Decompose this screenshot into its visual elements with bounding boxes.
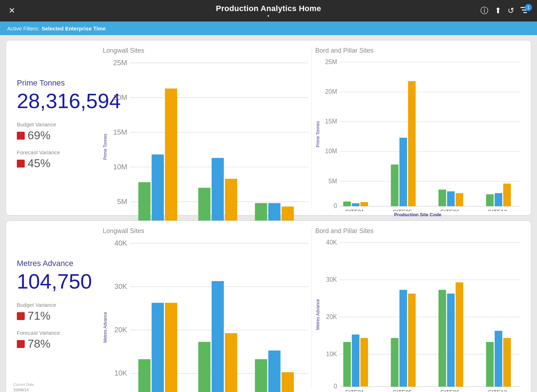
svg-text:20M: 20M [325,88,337,95]
svg-rect-69 [198,342,211,392]
svg-rect-39 [343,202,350,206]
svg-rect-75 [282,372,294,392]
filter-bar-label: Active Filters: [7,25,39,32]
chart-svg-1: 25M 20M 15M 10M 5M 0 SITE0 [108,57,308,236]
svg-rect-88 [352,334,359,387]
longwall-title-1: Longwall Sites [103,47,308,54]
svg-text:25M: 25M [325,58,337,66]
forecast-variance-label-2: Forecast Variance [17,330,92,336]
kpi-value-1: 28,316,594 [17,91,92,111]
svg-rect-93 [408,294,415,387]
budget-variance-value-2: 71% [17,309,92,323]
svg-text:20K: 20K [326,313,337,320]
app-header: ✕ Production Analytics Home ▾ ⓘ ⬆ ↺ 1 [0,0,537,21]
svg-rect-91 [391,338,398,387]
svg-text:SITE12: SITE12 [488,389,507,391]
svg-rect-52 [494,193,502,206]
kpi-title-2: Metres Advance [17,259,92,268]
bord-pillar-chart-2: Bord and Pillar Sites Metres Advance [312,227,524,389]
prime-tonnes-card: Prime Tonnes 28,316,594 Budget Variance … [6,40,531,216]
svg-rect-65 [138,359,150,392]
bord-pillar-title-2: Bord and Pillar Sites [315,227,521,235]
svg-text:SITE05: SITE05 [393,208,412,211]
filter-wrapper[interactable]: 1 [521,6,530,15]
filter-bar: Active Filters: Selected Enterprise Time [0,21,537,35]
svg-rect-20 [212,158,224,231]
svg-text:10M: 10M [113,163,127,171]
svg-rect-92 [399,290,407,387]
chart-svg-2: 40K 30K 20K 10K 0 SITE02 [108,238,308,392]
svg-rect-16 [152,154,164,231]
svg-rect-48 [447,191,454,206]
metres-advance-kpi: Metres Advance 104,750 Budget Variance 7… [13,227,99,389]
svg-rect-97 [455,282,463,387]
y-axis-label-1: Prime Tonnes [103,57,108,236]
filter-bar-value: Selected Enterprise Time [42,25,106,32]
longwall-chart-2: Longwall Sites Metres Advance 4 [99,227,312,389]
svg-rect-51 [486,194,493,206]
page-title: Production Analytics Home [216,4,321,13]
svg-text:30K: 30K [326,276,337,283]
chart-svg-bp-1: 25M 20M 15M 10M 5M 0 SITE01 [320,57,521,211]
y-axis-label-bp-1: Prime Tonnes [315,57,320,211]
filter-count-badge: 1 [525,4,532,11]
svg-rect-87 [343,342,350,387]
svg-rect-17 [165,88,177,231]
current-date: Current Date 10/08/14 [13,382,34,392]
svg-text:5M: 5M [328,178,337,185]
svg-rect-53 [503,184,511,206]
svg-rect-101 [503,338,511,387]
svg-text:15M: 15M [113,128,127,136]
svg-rect-95 [438,290,446,387]
red-indicator-4 [17,340,25,348]
chevron-down-icon: ▾ [267,14,269,18]
metres-advance-card: Metres Advance 104,750 Budget Variance 7… [6,221,531,392]
info-icon[interactable]: ⓘ [480,5,488,16]
svg-rect-73 [255,359,267,392]
forecast-variance-value-1: 45% [17,157,92,170]
svg-rect-45 [408,81,415,207]
longwall-chart-1: Longwall Sites Prime Tonnes [99,47,312,209]
svg-rect-40 [352,203,359,206]
svg-text:0: 0 [333,383,337,390]
svg-rect-43 [391,165,398,207]
svg-rect-89 [360,338,368,386]
svg-rect-74 [268,350,280,392]
svg-text:SITE06: SITE06 [440,208,459,211]
header-title-container: Production Analytics Home ▾ [216,4,321,18]
svg-text:10K: 10K [114,369,127,377]
svg-rect-49 [455,193,463,206]
longwall-title-2: Longwall Sites [103,227,308,235]
svg-text:SITE01: SITE01 [345,208,364,211]
svg-text:SITE01: SITE01 [345,389,364,391]
kpi-value-2: 104,750 [17,271,92,292]
svg-rect-66 [152,303,164,392]
current-date-label: Current Date [13,382,34,387]
y-axis-label-bp-2: Metres Advance [315,238,320,392]
svg-rect-47 [438,190,446,207]
svg-text:30K: 30K [114,282,127,290]
svg-text:20M: 20M [113,93,127,101]
prime-tonnes-kpi: Prime Tonnes 28,316,594 Budget Variance … [13,47,99,209]
svg-text:SITE05: SITE05 [393,389,412,391]
refresh-icon[interactable]: ↺ [508,6,514,15]
svg-rect-41 [360,202,368,206]
svg-text:40K: 40K [114,239,127,247]
svg-rect-71 [225,333,237,392]
budget-variance-value-1: 69% [17,129,92,142]
svg-text:SITE12: SITE12 [488,208,507,211]
forecast-variance-value-2: 78% [17,337,92,350]
svg-text:40K: 40K [326,239,337,246]
main-content: Prime Tonnes 28,316,594 Budget Variance … [0,35,537,392]
bord-pillar-title-1: Bord and Pillar Sites [315,47,521,54]
budget-variance-label-1: Budget Variance [17,121,92,127]
y-axis-label-2: Metres Advance [103,238,108,392]
svg-text:20K: 20K [114,326,127,334]
forecast-variance-label-1: Forecast Variance [17,149,92,155]
share-icon[interactable]: ⬆ [495,6,501,15]
bord-pillar-chart-1: Bord and Pillar Sites Prime Tonnes [312,47,524,209]
red-indicator-3 [17,312,25,320]
close-button[interactable]: ✕ [9,6,15,15]
svg-rect-100 [494,331,502,387]
red-indicator-1 [17,132,25,140]
